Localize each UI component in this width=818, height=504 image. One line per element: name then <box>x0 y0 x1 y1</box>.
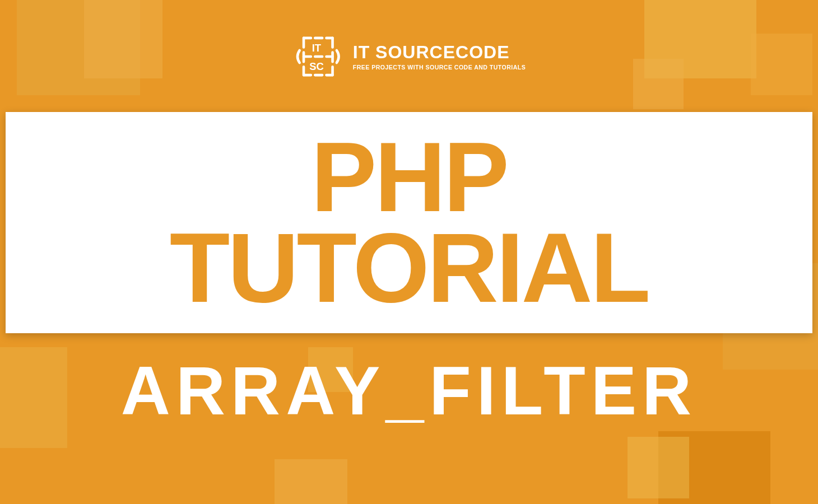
decor-square <box>84 0 162 78</box>
logo-svg: IT SC <box>292 31 344 82</box>
topic-title: ARRAY_FILTER <box>0 352 818 430</box>
decor-square <box>628 437 689 498</box>
brand-subtitle: FREE PROJECTS WITH SOURCE CODE AND TUTOR… <box>353 64 526 71</box>
brand-header: IT SC IT SOURCECODE FREE PROJECTS WITH S… <box>292 31 526 82</box>
brand-logo-icon: IT SC <box>292 31 344 82</box>
brand-title: IT SOURCECODE <box>353 43 526 61</box>
svg-text:SC: SC <box>309 60 324 72</box>
brand-text: IT SOURCECODE FREE PROJECTS WITH SOURCE … <box>353 43 526 71</box>
hero-band: PHP TUTORIAL <box>6 112 812 333</box>
hero-title-line2: TUTORIAL <box>170 223 648 314</box>
hero-title-line1: PHP <box>311 132 507 223</box>
banner-canvas: IT SC IT SOURCECODE FREE PROJECTS WITH S… <box>0 0 818 504</box>
decor-square <box>633 59 684 109</box>
svg-text:IT: IT <box>312 42 322 54</box>
decor-square <box>751 34 812 95</box>
decor-square <box>275 459 347 504</box>
